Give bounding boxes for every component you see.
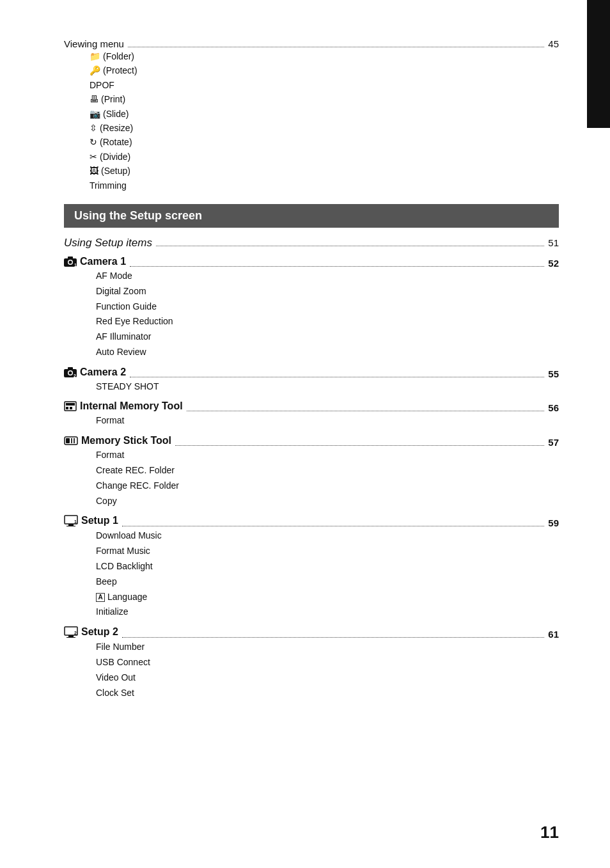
svg-rect-23 [68,635,74,637]
camera1-label: 1 Camera 1 [64,256,126,267]
item-label: (Divide) [100,150,130,164]
memory-stick-page: 57 [548,437,559,448]
svg-rect-15 [66,438,70,443]
svg-rect-6 [68,367,73,370]
list-item: Trimming [90,178,559,193]
setup2-label: 2 Setup 2 [64,626,118,638]
list-item: Auto Review [96,345,559,360]
list-item: STEADY SHOT [96,379,559,395]
list-item: ✂ (Divide) [90,150,559,164]
list-item: Format Music [96,544,559,559]
internal-memory-label: Internal Memory Tool [64,400,183,412]
svg-rect-19 [68,524,74,526]
rotate-icon: ↻ [90,135,97,149]
svg-rect-17 [74,438,75,443]
list-item: Change REC. Folder [96,478,559,494]
setup2-page: 61 [548,629,559,640]
setup2-section: 2 Setup 2 61 File Number USB Connect Vid… [64,626,559,700]
page-number: 11 [540,823,559,842]
svg-text:2: 2 [74,374,76,377]
list-item: Beep [96,574,559,590]
camera1-subitems: AF Mode Digital Zoom Function Guide Red … [64,269,559,360]
list-item: ⇳ (Resize) [90,121,559,135]
viewing-menu-title: Viewing menu [64,38,124,49]
svg-rect-12 [66,407,68,409]
camera1-line: 1 Camera 1 52 [64,256,559,269]
list-item: AF Illuminator [96,329,559,345]
camera2-label: 2 Camera 2 [64,367,126,378]
setup1-line: 1 Setup 1 59 [64,515,559,528]
slide-icon: 📷 [90,107,100,121]
viewing-menu-entry: Viewing menu 45 [64,38,559,49]
internal-memory-subitems: Format [64,413,559,429]
item-label: Trimming [90,178,127,193]
print-icon: 🖶 [90,92,98,106]
camera1-icon: 1 [64,256,77,267]
viewing-menu-dots [128,47,544,47]
list-item: Initialize [96,604,559,620]
list-item: File Number [96,640,559,655]
memory-stick-icon [64,436,78,446]
using-setup-items-entry: Using Setup items 51 [64,237,559,249]
memory-stick-dots [175,445,544,446]
internal-memory-line: Internal Memory Tool 56 [64,400,559,413]
svg-rect-13 [70,407,72,409]
list-item: Download Music [96,528,559,544]
item-label: (Resize) [100,121,133,135]
memory-stick-label: Memory Stick Tool [64,435,171,446]
camera2-subitems: STEADY SHOT [64,379,559,395]
camera1-section: 1 Camera 1 52 AF Mode Digital Zoom Funct… [64,256,559,360]
list-item: LCD Backlight [96,559,559,574]
resize-icon: ⇳ [90,121,97,135]
setup1-subitems: Download Music Format Music LCD Backligh… [64,528,559,620]
setup2-dots [122,637,545,638]
svg-rect-20 [66,526,75,526]
language-icon: A [96,593,105,602]
internal-memory-page: 56 [548,402,559,413]
camera2-dots [130,377,544,377]
list-item: Red Eye Reduction [96,314,559,329]
item-label: (Folder) [103,49,134,63]
viewing-menu-page: 45 [548,38,559,49]
italic-page: 51 [548,237,559,248]
setup1-icon: 1 [64,515,78,526]
setup1-label: 1 Setup 1 [64,515,118,526]
list-item: AF Mode [96,269,559,284]
protect-icon: 🔑 [90,63,100,77]
viewing-menu-subitems: 📁 (Folder) 🔑 (Protect) DPOF 🖶 (Print) 📷 … [64,49,559,193]
section-header: Using the Setup screen [64,204,559,228]
camera2-line: 2 Camera 2 55 [64,367,559,379]
list-item: Video Out [96,670,559,686]
right-tab [587,0,610,128]
list-item: 🖶 (Print) [90,92,559,106]
list-item: 📁 (Folder) [90,49,559,63]
camera2-page: 55 [548,368,559,379]
svg-text:1: 1 [74,519,77,524]
item-label: (Rotate) [100,135,132,149]
internal-memory-dots [187,411,545,411]
list-item: Format [96,448,559,463]
item-label: (Slide) [103,107,129,121]
list-item: 🔑 (Protect) [90,63,559,77]
list-item: Clock Set [96,686,559,701]
memory-stick-line: Memory Stick Tool 57 [64,435,559,448]
list-item: Format [96,413,559,429]
svg-rect-24 [66,637,75,638]
item-label: (Print) [101,92,125,106]
item-label: DPOF [90,78,114,92]
list-item: USB Connect [96,655,559,670]
svg-text:2: 2 [74,631,77,635]
italic-dots [156,246,544,246]
setup2-subitems: File Number USB Connect Video Out Clock … [64,640,559,700]
list-item: ↻ (Rotate) [90,135,559,149]
memory-stick-subitems: Format Create REC. Folder Change REC. Fo… [64,448,559,509]
svg-rect-16 [71,438,72,443]
svg-rect-11 [66,403,75,406]
list-item: Digital Zoom [96,284,559,299]
internal-memory-section: Internal Memory Tool 56 Format [64,400,559,429]
camera1-page: 52 [548,258,559,269]
italic-title: Using Setup items [64,237,152,249]
setup1-section: 1 Setup 1 59 Download Music Format Music… [64,515,559,620]
viewing-menu-section: Viewing menu 45 📁 (Folder) 🔑 (Protect) D… [64,38,559,193]
setup1-dots [122,526,545,526]
